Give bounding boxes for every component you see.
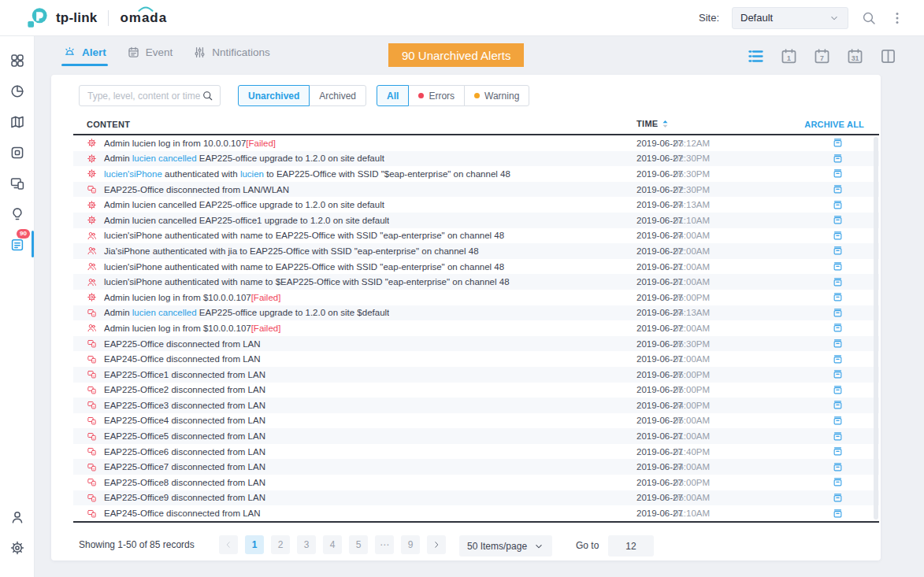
archive-icon[interactable] (832, 399, 844, 411)
archive-icon[interactable] (832, 338, 844, 350)
alert-content: Admin lucien log in from $10.0.0.107[Fai… (104, 324, 280, 333)
alert-time: 04:00AM (674, 231, 710, 240)
alert-search-box (79, 85, 221, 106)
sidebar-item-dashboard[interactable] (0, 45, 34, 76)
day-view-icon[interactable]: 1 (780, 47, 798, 65)
alert-search-input[interactable] (86, 90, 202, 102)
page-button-2[interactable]: 2 (271, 535, 290, 554)
omada-arc-icon (137, 6, 154, 12)
tab-notifications[interactable]: Nntifications (193, 46, 270, 66)
sidebar-item-statistics[interactable] (0, 76, 34, 106)
week-view-icon[interactable]: 7 (813, 47, 831, 65)
archive-icon[interactable] (832, 153, 844, 165)
device-icon (87, 400, 97, 410)
alert-row: EAP225-Office8 disconnected from LAN2019… (73, 475, 879, 490)
filter-unarchived[interactable]: Unarchived (238, 85, 310, 106)
alert-row: Admin lucien log in from 10.0.0.107[Fail… (73, 135, 879, 151)
archive-icon[interactable] (832, 446, 844, 457)
more-menu-icon[interactable] (889, 10, 905, 26)
alert-row: EAP225-Office4 disconnected from LAN2019… (73, 413, 879, 429)
archive-icon[interactable] (832, 307, 844, 319)
sidebar-item-devices[interactable] (0, 137, 34, 168)
list-view-icon[interactable] (747, 47, 765, 65)
month-view-icon[interactable]: 31 (846, 47, 864, 65)
svg-text:7: 7 (820, 54, 824, 62)
page-ellipsis[interactable]: ⋯ (375, 535, 394, 554)
page-button-5[interactable]: 5 (349, 535, 368, 554)
archive-icon[interactable] (832, 137, 844, 149)
user-icon (87, 261, 97, 272)
sort-icon[interactable] (662, 120, 669, 128)
alert-time: 05:30PM (674, 339, 710, 349)
archive-icon[interactable] (832, 245, 844, 257)
alert-row: EAP225-Office5 disconnected from LAN2019… (73, 428, 879, 444)
archive-icon[interactable] (832, 230, 844, 242)
content-link[interactable]: lucien cancelled (132, 308, 197, 317)
site-selector[interactable]: Default (732, 7, 848, 29)
alert-content: Admin lucien cancelled EAP225-office upg… (104, 200, 384, 209)
alert-content: Admin lucien cancelled EAP225-office upg… (104, 153, 384, 163)
content-link[interactable]: lucien cancelled (132, 153, 197, 163)
records-summary: Showing 1-50 of 85 records (79, 539, 195, 550)
archive-all-button[interactable]: ARCHIVE ALL (804, 120, 864, 129)
items-per-page-select[interactable]: 50 Items/page (459, 535, 552, 557)
devices-icon (9, 145, 25, 161)
alert-row: EAP225-Office6 disconnected from LAN2019… (73, 444, 879, 460)
content-link[interactable]: lucien (240, 169, 264, 179)
archive-icon[interactable] (832, 461, 844, 473)
next-page-button[interactable] (427, 535, 446, 554)
goto-page-input[interactable] (608, 535, 654, 557)
sidebar-item-clients[interactable] (0, 168, 34, 198)
filter-all[interactable]: All (377, 85, 409, 106)
archive-icon[interactable] (832, 276, 844, 288)
sidebar: 90 (0, 36, 35, 577)
tab-event[interactable]: Event (127, 46, 173, 66)
log-icon (9, 237, 25, 253)
archive-icon[interactable] (832, 168, 844, 179)
alert-row: Admin lucien log in from $10.0.0.107[Fai… (73, 290, 879, 305)
page-button-1[interactable]: 1 (245, 535, 264, 554)
tab-alert[interactable]: Alert (63, 46, 106, 66)
page-button-3[interactable]: 3 (297, 535, 316, 554)
archive-icon[interactable] (832, 492, 844, 504)
archive-icon[interactable] (832, 415, 844, 427)
archive-icon[interactable] (832, 322, 844, 334)
prev-page-button[interactable] (219, 535, 238, 554)
columns-view-icon[interactable] (879, 47, 897, 65)
content-link[interactable]: lucien'siPhone (104, 169, 162, 179)
filter-warning[interactable]: Warning (464, 85, 529, 106)
sidebar-item-log[interactable]: 90 (0, 229, 34, 260)
archive-icon[interactable] (832, 353, 844, 365)
filter-errors[interactable]: Errors (408, 85, 465, 106)
sidebar-item-map[interactable] (0, 106, 34, 137)
search-icon[interactable] (861, 10, 877, 26)
archive-icon[interactable] (832, 261, 844, 272)
page-button-4[interactable]: 4 (323, 535, 342, 554)
product-name: omada (120, 10, 167, 25)
sidebar-item-account[interactable] (0, 501, 35, 532)
table-bottom-rule (73, 521, 879, 523)
archive-icon[interactable] (832, 384, 844, 396)
sidebar-item-settings[interactable] (0, 532, 35, 563)
archive-icon[interactable] (832, 199, 844, 211)
device-icon (87, 431, 97, 442)
archive-icon[interactable] (832, 508, 844, 520)
archive-icon[interactable] (832, 183, 844, 195)
column-header-time[interactable]: TIME (636, 119, 669, 128)
filter-archived[interactable]: Archived (309, 85, 366, 106)
table-scrollbar[interactable] (874, 137, 878, 520)
archive-icon[interactable] (832, 291, 844, 303)
search-icon[interactable] (202, 90, 213, 102)
alert-row: EAP245-Office disconnected from LAN2019-… (73, 351, 879, 367)
sidebar-item-insight[interactable] (0, 198, 34, 229)
items-per-page-value: 50 Items/page (467, 541, 527, 552)
page-button-9[interactable]: 9 (401, 535, 420, 554)
archive-icon[interactable] (832, 431, 844, 442)
archive-icon[interactable] (832, 214, 844, 226)
archive-icon[interactable] (832, 476, 844, 488)
archive-icon[interactable] (832, 368, 844, 380)
alert-time: 02:30PM (674, 185, 710, 194)
failed-text: [Failed] (246, 139, 276, 148)
tab-label: Alert (82, 46, 106, 58)
alert-time: 05:00AM (674, 416, 710, 425)
